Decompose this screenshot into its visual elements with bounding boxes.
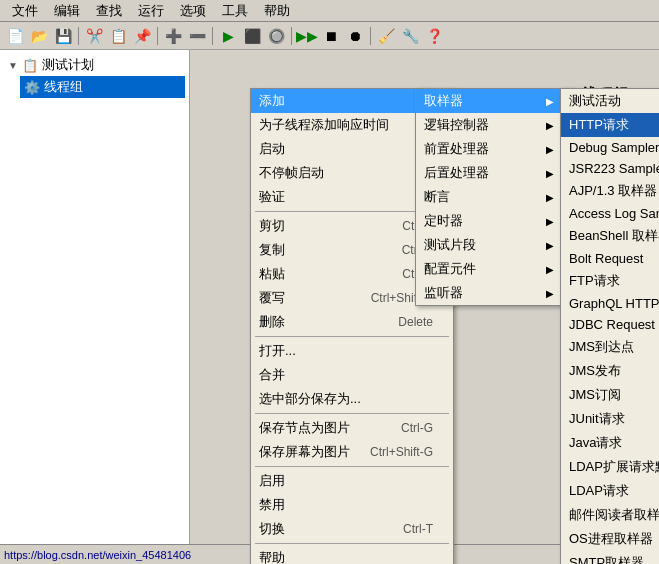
menu-tools[interactable]: 工具: [214, 0, 256, 22]
test-fragment-arrow-icon: ▶: [546, 240, 554, 251]
shutdown-icon[interactable]: 🔘: [265, 25, 287, 47]
toolbar-separator-5: [370, 27, 371, 45]
menu-item-test-action-label: 测试活动: [569, 92, 621, 110]
save-icon[interactable]: 💾: [52, 25, 74, 47]
menubar: 文件 编辑 查找 运行 选项 工具 帮助: [0, 0, 659, 22]
menu-item-debug-sampler[interactable]: Debug Sampler: [561, 137, 659, 158]
help-icon[interactable]: ❓: [423, 25, 445, 47]
menu-item-save-screen-img[interactable]: 保存屏幕为图片 Ctrl+Shift-G: [251, 440, 453, 464]
menu-item-open[interactable]: 打开...: [251, 339, 453, 363]
menu-item-sampler[interactable]: 取样器 ▶: [416, 89, 574, 113]
menu-item-disable-label: 禁用: [259, 496, 285, 514]
menu-run[interactable]: 运行: [130, 0, 172, 22]
menu-item-test-fragment-label: 测试片段: [424, 236, 476, 254]
menu-item-listener[interactable]: 监听器 ▶: [416, 281, 574, 305]
menu-item-java-request[interactable]: Java请求: [561, 431, 659, 455]
remote-stop-icon[interactable]: ⏹: [320, 25, 342, 47]
menu-item-mail-reader[interactable]: 邮件阅读者取样器: [561, 503, 659, 527]
menu-item-jms-publish-label: JMS发布: [569, 362, 621, 380]
menu-item-java-request-label: Java请求: [569, 434, 622, 452]
menu-item-ajp-sampler-label: AJP/1.3 取样器: [569, 182, 657, 200]
run-icon[interactable]: ▶: [217, 25, 239, 47]
menu-item-enable[interactable]: 启用: [251, 469, 453, 493]
sampler-arrow-icon: ▶: [546, 96, 554, 107]
menu-item-beanshell-sampler[interactable]: BeanShell 取样器: [561, 224, 659, 248]
menu-item-pre-processor[interactable]: 前置处理器 ▶: [416, 137, 574, 161]
expand-icon[interactable]: ➕: [162, 25, 184, 47]
separator-5: [255, 543, 449, 544]
menu-item-post-processor[interactable]: 后置处理器 ▶: [416, 161, 574, 185]
menu-item-delete-label: 删除: [259, 313, 285, 331]
delete-shortcut: Delete: [398, 315, 433, 329]
menu-item-http-request[interactable]: HTTP请求: [561, 113, 659, 137]
menu-item-help[interactable]: 帮助: [251, 546, 453, 564]
menu-item-timer[interactable]: 定时器 ▶: [416, 209, 574, 233]
menu-item-jms-publish[interactable]: JMS发布: [561, 359, 659, 383]
stop-icon[interactable]: ⬛: [241, 25, 263, 47]
menu-item-jms-point-label: JMS到达点: [569, 338, 634, 356]
menu-item-save-selection-label: 选中部分保存为...: [259, 390, 361, 408]
clear-icon[interactable]: 🧹: [375, 25, 397, 47]
menu-item-bolt-request-label: Bolt Request: [569, 251, 643, 266]
toolbar-separator-4: [291, 27, 292, 45]
open-icon[interactable]: 📂: [28, 25, 50, 47]
menu-item-access-log-sampler-label: Access Log Sampler: [569, 206, 659, 221]
menu-item-logic-controller[interactable]: 逻辑控制器 ▶: [416, 113, 574, 137]
status-url[interactable]: https://blog.csdn.net/weixin_45481406: [4, 549, 191, 561]
tree-item-testplan[interactable]: ▼ 📋 测试计划: [4, 54, 185, 76]
menu-item-os-process[interactable]: OS进程取样器: [561, 527, 659, 551]
menu-item-delete[interactable]: 删除 Delete: [251, 310, 453, 334]
menu-edit[interactable]: 编辑: [46, 0, 88, 22]
save-node-img-shortcut: Ctrl-G: [401, 421, 433, 435]
menu-item-toggle[interactable]: 切换 Ctrl-T: [251, 517, 453, 541]
remote-start-icon[interactable]: ▶▶: [296, 25, 318, 47]
menu-item-assertion[interactable]: 断言 ▶: [416, 185, 574, 209]
tree-item-threadgroup[interactable]: ⚙️ 线程组: [20, 76, 185, 98]
menu-item-junit-request[interactable]: JUnit请求: [561, 407, 659, 431]
menu-item-merge[interactable]: 合并: [251, 363, 453, 387]
menu-item-save-node-img[interactable]: 保存节点为图片 Ctrl-G: [251, 416, 453, 440]
toolbar-separator-3: [212, 27, 213, 45]
toolbar-separator-2: [157, 27, 158, 45]
separator-3: [255, 413, 449, 414]
function-icon[interactable]: 🔧: [399, 25, 421, 47]
menu-item-ldap-request[interactable]: LDAP请求: [561, 479, 659, 503]
menu-item-jms-point[interactable]: JMS到达点: [561, 335, 659, 359]
menu-search[interactable]: 查找: [88, 0, 130, 22]
menu-item-ldap-extended[interactable]: LDAP扩展请求默认值: [561, 455, 659, 479]
menu-item-post-processor-label: 后置处理器: [424, 164, 489, 182]
logic-controller-arrow-icon: ▶: [546, 120, 554, 131]
paste-icon[interactable]: 📌: [131, 25, 153, 47]
menu-item-ajp-sampler[interactable]: AJP/1.3 取样器: [561, 179, 659, 203]
cut-icon[interactable]: ✂️: [83, 25, 105, 47]
menu-item-ftp-request[interactable]: FTP请求: [561, 269, 659, 293]
copy-icon[interactable]: 📋: [107, 25, 129, 47]
menu-item-start-label: 启动: [259, 140, 285, 158]
collapse-icon[interactable]: ➖: [186, 25, 208, 47]
menu-item-debug-sampler-label: Debug Sampler: [569, 140, 659, 155]
menu-item-jdbc-request[interactable]: JDBC Request: [561, 314, 659, 335]
menu-item-test-fragment[interactable]: 测试片段 ▶: [416, 233, 574, 257]
remote-stop-all-icon[interactable]: ⏺: [344, 25, 366, 47]
menu-item-config-element-label: 配置元件: [424, 260, 476, 278]
menu-item-graphql-request[interactable]: GraphQL HTTP Request: [561, 293, 659, 314]
menu-item-test-action[interactable]: 测试活动: [561, 89, 659, 113]
menu-item-smtp-sampler[interactable]: SMTP取样器: [561, 551, 659, 564]
new-icon[interactable]: 📄: [4, 25, 26, 47]
menu-item-assertion-label: 断言: [424, 188, 450, 206]
menu-item-config-element[interactable]: 配置元件 ▶: [416, 257, 574, 281]
menu-options[interactable]: 选项: [172, 0, 214, 22]
menu-item-disable[interactable]: 禁用: [251, 493, 453, 517]
menu-item-ldap-request-label: LDAP请求: [569, 482, 629, 500]
menu-file[interactable]: 文件: [4, 0, 46, 22]
menu-item-bolt-request[interactable]: Bolt Request: [561, 248, 659, 269]
menu-item-jdbc-request-label: JDBC Request: [569, 317, 655, 332]
menu-item-jsr223-sampler[interactable]: JSR223 Sampler: [561, 158, 659, 179]
menu-item-access-log-sampler[interactable]: Access Log Sampler: [561, 203, 659, 224]
menu-item-no-pause-start-label: 不停帧启动: [259, 164, 324, 182]
menu-item-save-selection[interactable]: 选中部分保存为...: [251, 387, 453, 411]
menu-item-validate-label: 验证: [259, 188, 285, 206]
menu-item-pre-processor-label: 前置处理器: [424, 140, 489, 158]
menu-help[interactable]: 帮助: [256, 0, 298, 22]
menu-item-jms-subscribe[interactable]: JMS订阅: [561, 383, 659, 407]
